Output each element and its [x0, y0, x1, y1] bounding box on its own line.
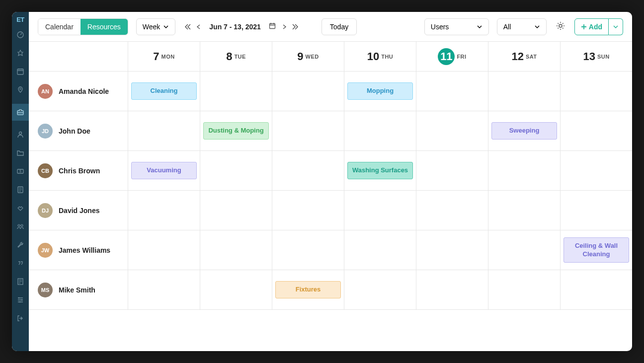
- sidebar-target-icon[interactable]: [16, 49, 25, 58]
- event[interactable]: Dusting & Moping: [203, 122, 269, 140]
- calendar-cell[interactable]: [488, 151, 561, 190]
- calendar-cell[interactable]: Fixtures: [272, 270, 344, 309]
- add-dropdown[interactable]: [609, 18, 623, 35]
- day-header-wed[interactable]: 9WED: [272, 42, 344, 71]
- calendar-cell[interactable]: [272, 191, 344, 230]
- view-toggle-group: Calendar Resources: [38, 18, 128, 35]
- calendar-cell[interactable]: [128, 191, 200, 230]
- calendar-cell[interactable]: [272, 111, 344, 150]
- calendar-cell[interactable]: Dusting & Moping: [200, 111, 272, 150]
- calendar-cell[interactable]: [128, 230, 200, 270]
- calendar-cell[interactable]: [416, 72, 488, 111]
- prev-button[interactable]: [194, 21, 203, 33]
- tab-calendar[interactable]: Calendar: [38, 19, 80, 35]
- add-group: Add: [574, 18, 623, 35]
- sidebar-money-icon[interactable]: $: [16, 167, 25, 176]
- sidebar-folder-icon[interactable]: [16, 148, 25, 157]
- calendar-cell[interactable]: [344, 230, 416, 270]
- tab-resources[interactable]: Resources: [80, 19, 128, 35]
- view-select[interactable]: Week: [136, 18, 176, 35]
- calendar-cell[interactable]: [416, 151, 488, 190]
- event[interactable]: Washing Surfaces: [347, 162, 413, 179]
- calendar-cell[interactable]: [200, 230, 272, 270]
- sidebar-location-icon[interactable]: [16, 85, 25, 94]
- sidebar-dashboard-icon[interactable]: [16, 30, 25, 39]
- calendar-cell[interactable]: [272, 72, 344, 111]
- calendar-cell[interactable]: [128, 270, 200, 309]
- calendar-cell[interactable]: [416, 191, 488, 230]
- sidebar-briefcase-icon[interactable]: [12, 104, 29, 121]
- resource-label[interactable]: ANAmanda Nicole: [29, 72, 128, 111]
- calendar-cell[interactable]: [488, 270, 561, 309]
- resource-label[interactable]: JDJohn Doe: [29, 111, 128, 150]
- calendar-cell[interactable]: [344, 111, 416, 150]
- day-name: MON: [161, 54, 175, 60]
- event[interactable]: Vacuuming: [131, 162, 197, 179]
- event[interactable]: Sweeping: [491, 122, 557, 140]
- event[interactable]: Cleaning: [131, 82, 197, 100]
- sidebar-handshake-icon[interactable]: [16, 204, 25, 213]
- calendar-cell[interactable]: [561, 111, 632, 150]
- calendar-cell[interactable]: [561, 151, 632, 190]
- sidebar-wrench-icon[interactable]: [16, 240, 25, 249]
- calendar-cell[interactable]: Cleaning: [128, 72, 200, 111]
- calendar-icon[interactable]: [267, 22, 278, 31]
- sidebar-person-icon[interactable]: [16, 130, 25, 139]
- calendar-cell[interactable]: [488, 191, 561, 230]
- resource-header-spacer: [29, 42, 128, 71]
- filter-all[interactable]: All: [497, 18, 547, 35]
- resource-label[interactable]: JWJames Williams: [29, 230, 128, 270]
- sidebar-logout-icon[interactable]: [16, 314, 25, 323]
- calendar-cell[interactable]: [488, 230, 561, 270]
- calendar-cell[interactable]: [200, 72, 272, 111]
- next-button[interactable]: [280, 21, 289, 33]
- svg-text:$: $: [19, 169, 21, 173]
- next-fast-button[interactable]: [291, 21, 300, 33]
- day-header-tue[interactable]: 8TUE: [200, 42, 272, 71]
- calendar-cell[interactable]: [416, 111, 488, 150]
- resource-label[interactable]: MSMike Smith: [29, 270, 128, 309]
- event[interactable]: Mopping: [347, 82, 413, 100]
- add-button[interactable]: Add: [574, 18, 609, 35]
- calendar-cell[interactable]: [561, 72, 632, 111]
- day-header-thu[interactable]: 10THU: [344, 42, 416, 71]
- calendar-cell[interactable]: [200, 270, 272, 309]
- event[interactable]: Fixtures: [275, 281, 341, 298]
- calendar-cell[interactable]: [200, 151, 272, 190]
- calendar-cell[interactable]: [344, 191, 416, 230]
- calendar-cell[interactable]: [272, 151, 344, 190]
- sidebar-sliders-icon[interactable]: [16, 295, 25, 304]
- sidebar-calendar-icon[interactable]: [16, 67, 25, 76]
- event[interactable]: Ceiling & Wall Cleaning: [564, 237, 629, 263]
- day-header-sun[interactable]: 13SUN: [561, 42, 632, 71]
- today-button[interactable]: Today: [322, 18, 357, 35]
- day-header-fri[interactable]: 11FRI: [416, 42, 488, 71]
- calendar-cell[interactable]: Mopping: [344, 72, 416, 111]
- prev-fast-button[interactable]: [183, 21, 192, 33]
- settings-button[interactable]: [555, 21, 566, 33]
- calendar-cell[interactable]: [344, 270, 416, 309]
- calendar-cell[interactable]: [128, 111, 200, 150]
- day-header-mon[interactable]: 7MON: [128, 42, 200, 71]
- calendar-cell[interactable]: [488, 72, 561, 111]
- calendar-cell[interactable]: [561, 191, 632, 230]
- svg-point-13: [19, 301, 21, 303]
- calendar-cell[interactable]: [416, 270, 488, 309]
- resource-label[interactable]: CBChris Brown: [29, 151, 128, 190]
- calendar-cell[interactable]: [272, 230, 344, 270]
- calendar-cell[interactable]: [561, 270, 632, 309]
- day-header-sat[interactable]: 12SAT: [488, 42, 561, 71]
- sidebar-document-icon[interactable]: [16, 185, 25, 194]
- calendar-cell[interactable]: [200, 191, 272, 230]
- sidebar-receipt-icon[interactable]: [16, 277, 25, 286]
- filter-users[interactable]: Users: [424, 18, 489, 35]
- calendar-cell[interactable]: Ceiling & Wall Cleaning: [561, 230, 632, 270]
- calendar-cell[interactable]: Washing Surfaces: [344, 151, 416, 190]
- calendar-cell[interactable]: [416, 230, 488, 270]
- sidebar-team-icon[interactable]: [16, 222, 25, 231]
- resource-label[interactable]: DJDavid Jones: [29, 191, 128, 230]
- day-name: SAT: [526, 54, 537, 60]
- calendar-cell[interactable]: Vacuuming: [128, 151, 200, 190]
- calendar-cell[interactable]: Sweeping: [488, 111, 561, 150]
- sidebar-quotes-icon[interactable]: [16, 259, 25, 268]
